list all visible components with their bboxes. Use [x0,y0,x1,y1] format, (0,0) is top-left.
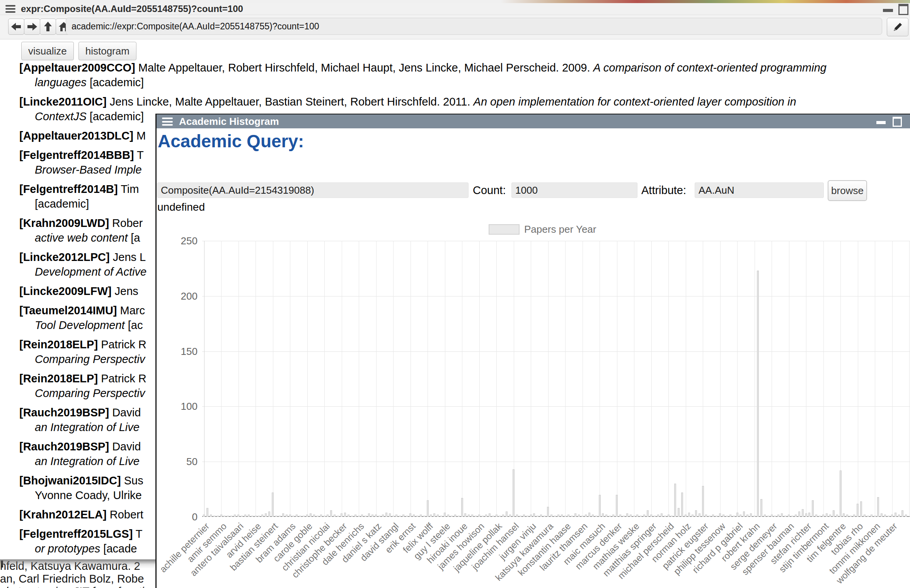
bar[interactable] [499,516,501,517]
bar[interactable] [888,516,890,517]
bar[interactable] [248,515,250,517]
bar[interactable] [237,515,239,517]
minimize-icon[interactable] [876,121,886,124]
bar[interactable] [427,500,429,517]
bar[interactable] [268,511,270,517]
attribute-input[interactable]: AA.AuN [695,182,824,198]
bar[interactable] [791,516,793,517]
bar[interactable] [757,271,759,517]
bar[interactable] [258,516,260,517]
bar[interactable] [729,515,731,517]
bar[interactable] [784,516,786,517]
bar[interactable] [330,510,332,517]
bar[interactable] [334,515,336,517]
bar[interactable] [251,516,253,517]
bar[interactable] [681,493,683,517]
bar[interactable] [406,516,408,517]
bar[interactable] [227,516,229,517]
bar[interactable] [433,513,435,517]
bar[interactable] [746,515,748,517]
bar[interactable] [217,516,219,517]
bar[interactable] [688,513,690,517]
bar[interactable] [416,516,418,517]
count-input[interactable]: 1000 [511,182,637,198]
bar[interactable] [544,516,545,517]
bar[interactable] [502,515,504,517]
bar[interactable] [843,513,845,517]
bar[interactable] [382,515,384,517]
bar[interactable] [255,516,257,517]
bar[interactable] [650,515,652,517]
bar[interactable] [905,515,907,517]
bar[interactable] [244,515,246,517]
bar[interactable] [585,515,587,517]
bar[interactable] [623,516,625,517]
bar[interactable] [674,484,676,517]
bar[interactable] [348,515,349,517]
bar[interactable] [371,515,373,517]
bar[interactable] [265,513,267,517]
bar[interactable] [550,515,552,517]
bar[interactable] [571,516,573,517]
bar[interactable] [871,515,873,517]
bar[interactable] [547,507,549,517]
bar[interactable] [857,504,859,517]
bar[interactable] [860,501,862,517]
bar[interactable] [802,509,804,517]
bar[interactable] [712,515,714,517]
bar[interactable] [661,513,663,517]
bar[interactable] [241,516,243,517]
bar[interactable] [506,511,508,517]
bar[interactable] [853,515,855,517]
bar[interactable] [574,513,576,517]
bar[interactable] [850,516,852,517]
bar[interactable] [206,508,208,517]
bar[interactable] [557,515,559,517]
maximize-icon[interactable] [898,4,908,15]
window-titlebar[interactable]: expr:Composite(AA.AuId=2055148755)?count… [0,3,910,15]
bar[interactable] [471,515,473,517]
bar[interactable] [640,516,642,517]
bar[interactable] [709,516,711,517]
bar[interactable] [592,515,594,517]
visualize-button[interactable]: visualize [21,42,74,60]
bar[interactable] [805,513,807,517]
bar[interactable] [368,513,370,517]
bar[interactable] [296,515,298,517]
bar[interactable] [496,515,498,517]
bar[interactable] [310,513,312,517]
bar[interactable] [808,513,810,517]
bar[interactable] [836,515,838,517]
bar[interactable] [361,515,363,517]
minimize-icon[interactable] [883,9,893,12]
bar[interactable] [602,513,604,517]
up-button[interactable] [40,19,56,35]
bar[interactable] [647,510,649,517]
maximize-icon[interactable] [893,117,902,127]
bar[interactable] [320,515,322,517]
bar[interactable] [399,516,401,517]
bar[interactable] [337,516,339,517]
bar[interactable] [829,515,831,517]
bar[interactable] [777,515,779,517]
bar[interactable] [567,515,569,517]
menu-icon[interactable] [162,118,173,126]
bar[interactable] [867,516,869,517]
bar[interactable] [630,515,632,517]
bar[interactable] [344,513,346,517]
bar[interactable] [671,516,673,517]
bar[interactable] [554,516,556,517]
bar[interactable] [668,515,670,517]
bar[interactable] [520,516,521,517]
bar[interactable] [891,515,893,517]
bar[interactable] [482,516,484,517]
bar[interactable] [440,516,442,517]
bar[interactable] [719,513,721,517]
bar[interactable] [358,516,360,517]
bar[interactable] [458,516,460,517]
bar[interactable] [564,516,566,517]
bar[interactable] [643,515,645,517]
bar[interactable] [523,515,525,517]
bar[interactable] [527,516,528,517]
bar[interactable] [678,508,680,517]
